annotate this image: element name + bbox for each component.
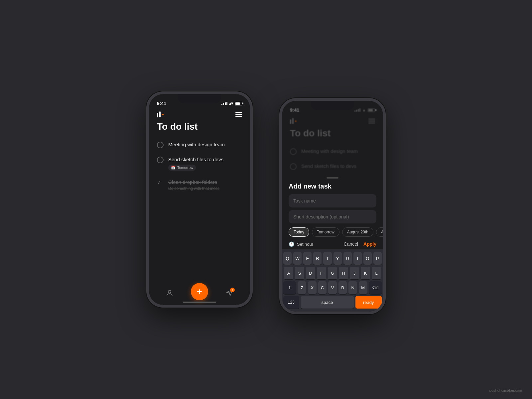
key-b[interactable]: B: [338, 281, 347, 294]
menu-button-2: [368, 119, 375, 123]
set-hour-row: 🕐 Set hour Cancel Apply: [282, 239, 383, 249]
date-pills: Today Tomorrow August 20th August 2...: [282, 226, 383, 239]
badge-text: Tomorrow: [177, 166, 193, 170]
page-title: To do list: [149, 120, 250, 137]
todo-content-3: Clean dropbox folders Do something with …: [168, 179, 242, 192]
blurred-checkbox-1: [290, 148, 297, 155]
todo-item-1[interactable]: Meeting with design team: [157, 137, 242, 152]
date-pill-tomorrow[interactable]: Tomorrow: [312, 227, 339, 237]
key-u[interactable]: U: [343, 252, 352, 265]
keyboard-row-3: ⇧ Z X C V B N M ⌫: [283, 281, 382, 294]
todo-checkbox-1[interactable]: [157, 142, 164, 148]
key-v[interactable]: V: [328, 281, 337, 294]
todo-item-3[interactable]: ✓ Clean dropbox folders Do something wit…: [157, 175, 242, 196]
key-y[interactable]: Y: [333, 252, 342, 265]
key-c[interactable]: C: [318, 281, 327, 294]
date-pill-today[interactable]: Today: [289, 227, 309, 237]
app-logo: [157, 111, 164, 117]
wifi-icon: ▴▾: [229, 101, 233, 106]
calendar-icon: 📅: [171, 166, 176, 170]
phone-1: 9:41 ▴▾: [146, 91, 253, 308]
add-task-button[interactable]: +: [191, 283, 208, 300]
key-d[interactable]: D: [306, 267, 315, 279]
key-k[interactable]: K: [361, 267, 370, 279]
key-l[interactable]: L: [372, 267, 381, 279]
key-n[interactable]: N: [348, 281, 357, 294]
key-space[interactable]: space: [301, 296, 354, 309]
app-header: [149, 109, 250, 120]
status-time: 9:41: [157, 101, 166, 106]
key-g[interactable]: G: [328, 267, 337, 279]
keyboard: Q W E R T Y U I O P A S: [282, 249, 383, 310]
todo-list: Meeting with design team Send sketch fil…: [149, 137, 250, 281]
send-icon[interactable]: 1: [225, 289, 233, 297]
bottom-nav: + 1: [149, 281, 250, 305]
key-p[interactable]: P: [373, 252, 382, 265]
todo-text-3: Clean dropbox folders: [168, 179, 242, 186]
key-o[interactable]: O: [363, 252, 372, 265]
task-description-input[interactable]: [289, 210, 376, 223]
todo-checkmark-3: ✓: [157, 179, 164, 186]
status-bar-2: 9:41 ▲: [282, 101, 383, 115]
battery-icon-2: [368, 108, 375, 112]
key-h[interactable]: H: [339, 267, 348, 279]
logo-dot: [162, 114, 164, 115]
page-title-2: To do list: [282, 127, 383, 144]
watermark: post of uimaker.com: [489, 388, 522, 392]
send-badge: 1: [230, 288, 235, 292]
status-icons: ▴▾: [221, 101, 242, 106]
key-shift[interactable]: ⇧: [283, 281, 296, 294]
key-a[interactable]: A: [284, 267, 293, 279]
cancel-button[interactable]: Cancel: [344, 241, 358, 247]
microphone-icon[interactable]: 🎤: [371, 311, 379, 312]
todo-text-2: Send sketch files to devs: [168, 156, 242, 163]
key-z[interactable]: Z: [298, 281, 306, 294]
todo-content-1: Meeting with design team: [168, 141, 242, 148]
task-name-input[interactable]: [289, 194, 376, 207]
todo-text-1: Meeting with design team: [168, 141, 242, 148]
todo-checkbox-2[interactable]: [157, 157, 164, 163]
key-s[interactable]: S: [295, 267, 304, 279]
blurred-checkbox-2: [290, 163, 297, 170]
todo-content-2: Send sketch files to devs 📅 Tomorrow: [168, 156, 242, 171]
key-f[interactable]: F: [317, 267, 326, 279]
keyboard-row-2: A S D F G H J K L: [283, 267, 382, 279]
sheet-handle[interactable]: [327, 177, 338, 179]
date-pill-aug2[interactable]: August 2...: [376, 227, 383, 237]
key-x[interactable]: X: [308, 281, 317, 294]
wifi-icon-2: ▲: [362, 108, 366, 112]
key-r[interactable]: R: [313, 252, 322, 265]
keyboard-row-1: Q W E R T Y U I O P: [283, 252, 382, 265]
key-i[interactable]: I: [353, 252, 362, 265]
app-header-2: [282, 115, 383, 127]
home-indicator: [183, 302, 216, 303]
key-q[interactable]: Q: [283, 252, 292, 265]
todo-item-2[interactable]: Send sketch files to devs 📅 Tomorrow: [157, 152, 242, 175]
profile-icon[interactable]: [166, 289, 174, 297]
key-delete[interactable]: ⌫: [369, 281, 382, 294]
status-time-2: 9:41: [290, 107, 299, 113]
phone-2: 9:41 ▲: [279, 98, 386, 314]
signal-icon-2: [354, 108, 360, 112]
status-bar: 9:41 ▴▾: [149, 94, 250, 109]
app-logo-2: [290, 118, 297, 124]
keyboard-bottom-bar: 😊 🎤: [282, 310, 383, 312]
blurred-background: 9:41 ▲: [282, 101, 383, 174]
key-e[interactable]: E: [303, 252, 312, 265]
blurred-item-1: Meeting with design team: [290, 144, 375, 159]
key-j[interactable]: J: [350, 267, 359, 279]
key-t[interactable]: T: [323, 252, 332, 265]
bottom-sheet: Add new task Today Tomorrow August 20th …: [282, 174, 383, 312]
apply-button[interactable]: Apply: [363, 241, 376, 247]
key-numbers[interactable]: 123: [283, 296, 299, 309]
todo-subtext-3: Do something with that mess: [168, 186, 242, 192]
blurred-text-2: Send sketch files to devs: [301, 163, 356, 170]
signal-icon: [221, 102, 227, 105]
menu-button[interactable]: [235, 112, 242, 117]
date-pill-aug20[interactable]: August 20th: [342, 227, 373, 237]
key-w[interactable]: W: [293, 252, 302, 265]
emoji-icon[interactable]: 😊: [286, 311, 294, 312]
set-hour-actions: Cancel Apply: [344, 241, 376, 247]
key-ready[interactable]: ready: [355, 296, 382, 309]
key-m[interactable]: M: [359, 281, 367, 294]
